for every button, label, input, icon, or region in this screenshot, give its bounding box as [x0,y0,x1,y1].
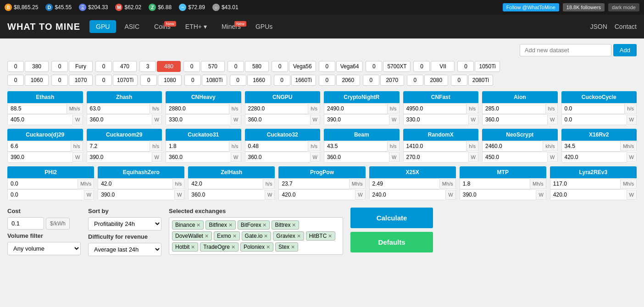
algo-hashrate-input[interactable] [7,178,78,189]
exchange-remove-btn[interactable]: ✕ [291,244,295,250]
algo-hashrate-input[interactable] [166,103,229,114]
algo-header[interactable]: CNGPU [245,91,321,103]
nav-contact[interactable]: Contact [615,23,637,30]
algo-power-input[interactable] [7,114,72,125]
nav-ethplus[interactable]: ETH+ ▾ [179,20,213,33]
algo-hashrate-input[interactable] [403,141,466,152]
algo-power-input[interactable] [550,189,627,200]
algo-power-input[interactable] [324,152,389,163]
nav-coins[interactable]: Coins New [148,20,177,33]
gpu-count-input[interactable] [457,61,474,72]
gpu-count-input[interactable] [413,61,430,72]
sort-select[interactable]: Profitability 24h Profitability 1h Profi… [88,217,161,230]
algo-power-input[interactable] [98,189,174,200]
follow-button[interactable]: Follow @WhatToMine [503,3,559,11]
gpu-count-input[interactable] [183,61,200,72]
algo-header[interactable]: ProgPow [278,166,365,178]
add-dataset-input[interactable] [520,44,611,56]
calculate-button[interactable]: Calculate [350,208,433,228]
nav-asic[interactable]: ASIC [118,20,146,33]
algo-power-input[interactable] [245,152,310,163]
algo-power-input[interactable] [278,189,355,200]
algo-power-input[interactable] [7,189,84,200]
algo-power-input[interactable] [166,152,231,163]
algo-power-input[interactable] [324,114,389,125]
algo-hashrate-input[interactable] [482,141,543,152]
algo-hashrate-input[interactable] [324,141,387,152]
gpu-count-input[interactable] [319,75,335,86]
algo-header[interactable]: Beam [324,129,400,141]
algo-power-input[interactable] [188,189,265,200]
exchange-remove-btn[interactable]: ✕ [228,222,233,228]
algo-power-input[interactable] [561,152,627,163]
nav-miners[interactable]: Miners New [215,20,247,33]
algo-header[interactable]: PHI2 [7,166,94,178]
algo-hashrate-input[interactable] [324,103,387,114]
algo-hashrate-input[interactable] [87,103,150,114]
defaults-button[interactable]: Defaults [350,232,433,252]
algo-hashrate-input[interactable] [7,103,67,114]
algo-hashrate-input[interactable] [87,141,150,152]
algo-header[interactable]: Cuckatoo32 [245,129,321,141]
exchange-remove-btn[interactable]: ✕ [266,244,270,250]
gpu-count-input[interactable] [407,75,423,86]
gpu-count-input[interactable] [7,61,24,72]
darkmode-button[interactable]: dark mode [608,3,639,11]
algo-header[interactable]: EquihashZero [98,166,184,178]
gpu-count-input[interactable] [51,75,68,86]
algo-power-input[interactable] [166,114,231,125]
algo-power-input[interactable] [561,114,627,125]
algo-power-input[interactable] [369,189,446,200]
algo-power-input[interactable] [403,114,468,125]
algo-header[interactable]: CNFast [403,91,479,103]
gpu-count-input[interactable] [274,75,290,86]
algo-header[interactable]: CNHeavy [166,91,241,103]
exchange-remove-btn[interactable]: ✕ [328,233,332,239]
algo-header[interactable]: NeoScrypt [482,129,558,141]
nav-gpu[interactable]: GPU [89,20,116,33]
exchange-remove-btn[interactable]: ✕ [292,222,296,228]
gpu-count-input[interactable] [272,61,288,72]
algo-hashrate-input[interactable] [403,103,466,114]
algo-hashrate-input[interactable] [561,103,625,114]
exchange-remove-btn[interactable]: ✕ [196,222,200,228]
algo-header[interactable]: Aion [482,91,558,103]
algo-header[interactable]: Cuckaroo(d)29 [7,129,83,141]
algo-header[interactable]: MTP [460,166,546,178]
exchange-remove-btn[interactable]: ✕ [262,222,266,228]
algo-header[interactable]: Ethash [7,91,83,103]
gpu-count-input[interactable] [363,75,379,86]
exchange-remove-btn[interactable]: ✕ [205,233,209,239]
algo-hashrate-input[interactable] [561,141,621,152]
gpu-count-input[interactable] [451,75,467,86]
algo-hashrate-input[interactable] [98,178,172,189]
gpu-count-input[interactable] [319,61,335,72]
exchange-remove-btn[interactable]: ✕ [233,233,237,239]
add-button[interactable]: Add [613,44,637,56]
algo-hashrate-input[interactable] [245,103,308,114]
algo-hashrate-input[interactable] [460,178,530,189]
exchange-remove-btn[interactable]: ✕ [297,233,301,239]
gpu-count-input[interactable] [7,75,24,86]
algo-hashrate-input[interactable] [245,141,308,152]
exchange-remove-btn[interactable]: ✕ [264,233,268,239]
algo-power-input[interactable] [460,189,536,200]
algo-power-input[interactable] [7,152,72,163]
algo-hashrate-input[interactable] [166,141,229,152]
gpu-count-input[interactable] [95,61,112,72]
algo-hashrate-input[interactable] [188,178,262,189]
gpu-count-input[interactable] [230,75,246,86]
algo-header[interactable]: Zhash [87,91,162,103]
algo-header[interactable]: Cuckatoo31 [166,129,241,141]
algo-power-input[interactable] [87,152,152,163]
gpu-count-input[interactable] [51,61,68,72]
algo-hashrate-input[interactable] [482,103,545,114]
algo-power-input[interactable] [482,152,547,163]
diff-select[interactable]: Average last 24h Current [88,243,161,256]
nav-gpus[interactable]: GPUs [249,20,279,33]
exchange-remove-btn[interactable]: ✕ [191,244,195,250]
algo-header[interactable]: Cuckaroom29 [87,129,162,141]
nav-json[interactable]: JSON [590,23,607,30]
gpu-count-input[interactable] [228,61,244,72]
algo-header[interactable]: ZelHash [188,166,275,178]
